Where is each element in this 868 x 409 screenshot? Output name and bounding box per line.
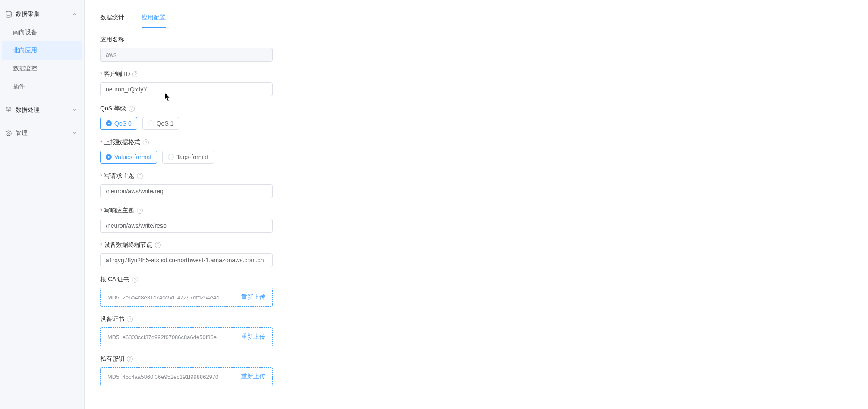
tab-statistics[interactable]: 数据统计	[100, 14, 124, 28]
sidebar-item-label: 北向应用	[13, 47, 37, 53]
form-label: QoS 等级 ?	[100, 105, 601, 113]
reupload-link[interactable]: 重新上传	[241, 293, 265, 301]
sidebar-item-label: 插件	[13, 83, 25, 90]
write-resp-topic-input[interactable]	[100, 219, 273, 233]
form-label: 根 CA 证书 ?	[100, 276, 601, 283]
help-icon[interactable]: ?	[143, 139, 149, 145]
help-icon[interactable]: ?	[155, 242, 161, 248]
label-text: 根 CA 证书	[100, 276, 129, 283]
form-item-client-id: * 客户端 ID ?	[100, 70, 601, 96]
label-text: 上报数据格式	[104, 138, 140, 146]
form-item-root-ca: 根 CA 证书 ? MD5: 2e6a4c8e31c74cc5d142297df…	[100, 276, 601, 307]
sidebar-group-header-data-process[interactable]: 数据处理	[0, 101, 84, 119]
svg-point-0	[6, 11, 11, 13]
write-req-topic-input[interactable]	[100, 184, 273, 198]
sidebar-group-header-data-collect[interactable]: 数据采集	[0, 5, 84, 23]
required-mark: *	[100, 139, 102, 146]
help-icon[interactable]: ?	[129, 106, 135, 112]
gear-icon	[5, 107, 12, 113]
help-icon[interactable]: ?	[127, 316, 133, 322]
form-label: * 写响应主题 ?	[100, 207, 601, 214]
radio-label: QoS 0	[114, 120, 132, 127]
database-icon	[5, 11, 12, 18]
tabs: 数据统计 应用配置	[100, 14, 852, 28]
sidebar-group-label: 数据处理	[16, 106, 40, 114]
app-name-input	[100, 48, 273, 62]
footer: 提交 取消 重置	[85, 402, 868, 409]
endpoint-input[interactable]	[100, 253, 273, 267]
form-item-endpoint: * 设备数据终端节点 ?	[100, 241, 601, 267]
radio-dot-icon	[148, 120, 154, 126]
form-label: 应用名称	[100, 36, 601, 44]
tab-label: 应用配置	[142, 14, 166, 21]
private-key-upload-box: MD5: 45c4aa5860f36e952ec191f998862970 重新…	[100, 367, 273, 386]
root-ca-upload-box: MD5: 2e6a4c8e31c74cc5d142297dfd254e4c 重新…	[100, 288, 273, 307]
required-mark: *	[100, 173, 102, 179]
radio-label: Values-format	[114, 154, 151, 160]
required-mark: *	[100, 207, 102, 214]
form-label: * 设备数据终端节点 ?	[100, 241, 601, 249]
label-text: 设备证书	[100, 315, 124, 323]
sidebar-item-northbound[interactable]: 北向应用	[2, 41, 82, 60]
form-label: 设备证书 ?	[100, 315, 601, 323]
radio-label: QoS 1	[157, 120, 174, 127]
md5-text: MD5: e6303ccf37d992f67086c8a6de50f36e	[107, 334, 217, 340]
help-icon[interactable]: ?	[137, 208, 143, 214]
help-icon[interactable]: ?	[127, 356, 133, 362]
required-mark: *	[100, 242, 102, 249]
form-item-write-req-topic: * 写请求主题 ?	[100, 172, 601, 198]
radio-values-format[interactable]: Values-format	[100, 151, 157, 164]
label-text: 客户端 ID	[104, 70, 130, 78]
settings-icon	[5, 130, 12, 137]
form-item-write-resp-topic: * 写响应主题 ?	[100, 207, 601, 233]
help-icon[interactable]: ?	[132, 277, 138, 283]
radio-tags-format[interactable]: Tags-format	[162, 151, 214, 164]
md5-text: MD5: 2e6a4c8e31c74cc5d142297dfd254e4c	[107, 294, 219, 301]
help-icon[interactable]: ?	[137, 173, 143, 179]
device-cert-upload-box: MD5: e6303ccf37d992f67086c8a6de50f36e 重新…	[100, 327, 273, 346]
sidebar-item-data-monitor[interactable]: 数据监控	[2, 60, 82, 78]
label-text: 设备数据终端节点	[104, 241, 152, 249]
chevron-down-icon	[72, 107, 77, 113]
sidebar: 数据采集 南向设备 北向应用 数据监控 插件	[0, 0, 85, 409]
sidebar-item-label: 南向设备	[13, 28, 37, 35]
label-text: 私有密钥	[100, 355, 124, 363]
chevron-up-icon	[72, 12, 77, 17]
radio-label: Tags-format	[176, 154, 208, 160]
radio-qos-1[interactable]: QoS 1	[142, 117, 179, 130]
form-item-app-name: 应用名称	[100, 36, 601, 62]
radio-qos-0[interactable]: QoS 0	[100, 117, 137, 130]
reupload-link[interactable]: 重新上传	[241, 373, 265, 381]
form-label: 私有密钥 ?	[100, 355, 601, 363]
help-icon[interactable]: ?	[132, 71, 138, 77]
svg-point-1	[8, 109, 9, 111]
form-label: * 客户端 ID ?	[100, 70, 601, 78]
tab-label: 数据统计	[100, 14, 124, 21]
svg-point-3	[8, 132, 9, 134]
sidebar-group-label: 数据采集	[16, 10, 40, 18]
form: 应用名称 * 客户端 ID ? QoS 等级 ?	[100, 36, 601, 386]
form-item-device-cert: 设备证书 ? MD5: e6303ccf37d992f67086c8a6de50…	[100, 315, 601, 346]
format-radio-group: Values-format Tags-format	[100, 151, 601, 164]
sidebar-group-label: 管理	[16, 129, 28, 137]
radio-dot-icon	[106, 154, 112, 160]
sidebar-group-header-management[interactable]: 管理	[0, 124, 84, 142]
form-item-format: * 上报数据格式 ? Values-format Tags-format	[100, 138, 601, 164]
sidebar-group-data-process: 数据处理	[0, 96, 84, 119]
reupload-link[interactable]: 重新上传	[241, 333, 265, 341]
label-text: 应用名称	[100, 36, 124, 44]
sidebar-item-plugins[interactable]: 插件	[2, 78, 82, 96]
tab-app-config[interactable]: 应用配置	[142, 14, 166, 28]
label-text: 写响应主题	[104, 207, 134, 214]
chevron-down-icon	[72, 131, 77, 136]
main: 数据统计 应用配置 应用名称 * 客户端 ID ?	[85, 0, 868, 409]
client-id-input[interactable]	[100, 82, 273, 96]
sidebar-group-data-collect: 数据采集 南向设备 北向应用 数据监控 插件	[0, 0, 84, 96]
form-label: * 写请求主题 ?	[100, 172, 601, 180]
radio-dot-icon	[168, 154, 174, 160]
sidebar-item-label: 数据监控	[13, 65, 37, 72]
label-text: 写请求主题	[104, 172, 134, 180]
sidebar-item-southbound[interactable]: 南向设备	[2, 23, 82, 41]
radio-dot-icon	[106, 120, 112, 126]
required-mark: *	[100, 71, 102, 78]
